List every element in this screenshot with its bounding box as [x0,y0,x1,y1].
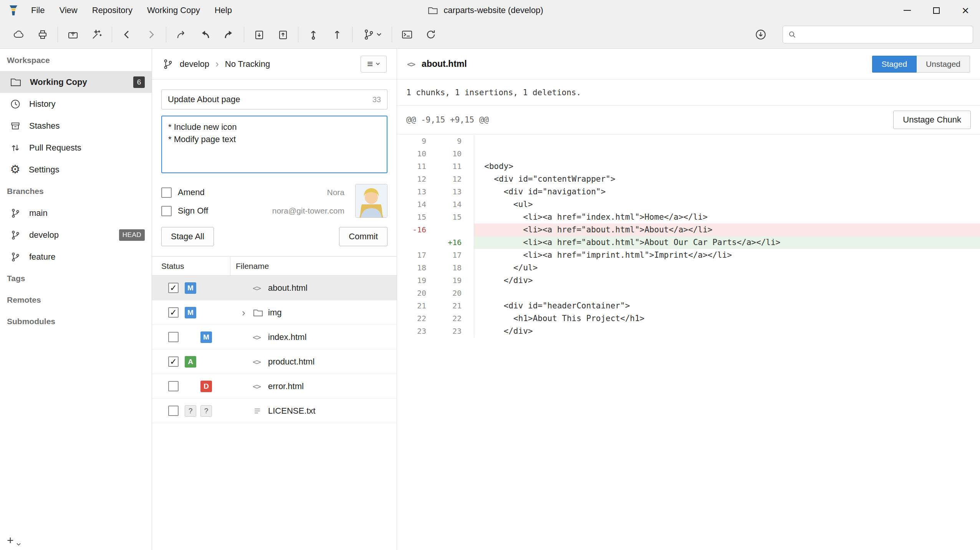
magic-wand-icon [91,28,103,41]
stage-checkbox[interactable] [168,406,179,416]
commit-subject-input[interactable] [168,94,372,104]
filename-column-header[interactable]: Filename [230,257,269,275]
submodules-section-header[interactable]: Submodules [0,311,152,332]
diff-line: 2121 <div id="headerContainer"> [397,300,980,312]
wand-button[interactable] [85,23,109,46]
sidebar-item-history[interactable]: History [0,93,152,115]
titlebar: File View Repository Working Copy Help c… [0,0,980,21]
expand-chevron-icon[interactable] [242,308,253,318]
code-file-icon [253,283,268,293]
sidebar-item-settings[interactable]: Settings [0,159,152,181]
stage-checkbox[interactable] [168,332,179,342]
menu-help[interactable]: Help [207,0,239,21]
commit-options-button[interactable] [361,56,387,73]
branch-icon [10,252,21,262]
file-row-error[interactable]: D error.html [152,374,397,399]
stage-all-button[interactable]: Stage All [161,227,214,246]
stage-checkbox[interactable] [168,356,179,367]
diff-line: 1111<body> [397,160,980,173]
remotes-section-header[interactable]: Remotes [0,289,152,311]
sidebar-branch-main[interactable]: main [0,202,152,224]
maximize-icon [933,7,940,14]
terminal-button[interactable] [395,23,419,46]
forward-button[interactable] [139,23,163,46]
file-row-img[interactable]: M img [152,300,397,325]
branch-menu-button[interactable] [356,23,389,46]
sidebar-item-working-copy[interactable]: Working Copy 6 [0,71,152,93]
file-table: Status Filename M about.html M img M ind… [152,256,397,550]
old-line-number [397,236,431,249]
minimize-icon [904,10,911,11]
window-title: carparts-website (develop) [427,0,543,21]
file-row-about[interactable]: M about.html [152,276,397,300]
commit-actions: Stage All Commit [161,227,387,246]
workspace-section-header[interactable]: Workspace [0,50,152,71]
new-line-number: 18 [431,262,466,274]
stage-checkbox[interactable] [168,307,179,318]
cloud-button[interactable] [7,23,31,46]
search-input[interactable] [801,30,968,39]
minimize-button[interactable] [892,0,922,21]
status-badge-staged: A [185,356,196,368]
back-button[interactable] [115,23,139,46]
sidebar-item-label: Settings [29,165,60,175]
fetch-status-button[interactable] [749,23,773,46]
sidebar-item-stashes[interactable]: Stashes [0,115,152,137]
box-arrow-icon [67,28,79,41]
menu-working-copy[interactable]: Working Copy [140,0,207,21]
old-line-number: 21 [397,300,431,312]
status-badge-staged: M [185,307,196,318]
code-file-icon [253,357,268,366]
merge-button[interactable] [169,23,193,46]
file-row-product[interactable]: A product.html [152,350,397,374]
diff-line: 1818 </ul> [397,262,980,274]
menu-file[interactable]: File [24,0,52,21]
pull-button[interactable] [193,23,217,46]
menu-repository[interactable]: Repository [85,0,140,21]
unstaged-tab[interactable]: Unstaged [917,56,970,73]
file-row-license[interactable]: ?? LICENSE.txt [152,399,397,423]
folder-icon [10,77,22,87]
tracking-status[interactable]: No Tracking [225,59,270,69]
pull-request-icon [10,142,21,153]
push-button[interactable] [217,23,241,46]
commit-panel: develop No Tracking 33 * Include new ico… [152,49,397,550]
commit-up-button[interactable] [301,23,325,46]
sidebar-item-pull-requests[interactable]: Pull Requests [0,137,152,159]
open-button[interactable] [61,23,85,46]
diff-line: 1010 [397,147,980,160]
maximize-button[interactable] [922,0,951,21]
status-column-header[interactable]: Status [152,257,230,275]
refresh-button[interactable] [419,23,443,46]
stage-checkbox[interactable] [168,381,179,391]
stash-save-button[interactable] [247,23,271,46]
new-line-number: 21 [431,300,466,312]
commit-button[interactable]: Commit [339,227,387,246]
add-repository-button[interactable]: + [7,535,21,546]
sidebar-branch-develop[interactable]: develop HEAD [0,224,152,246]
diff-code [474,147,980,160]
hamburger-icon [367,59,373,70]
branch-icon [10,230,21,240]
diff-filename: about.html [422,59,467,69]
diff-code: <li><a href="index.html">Home</a></li> [474,211,980,224]
amend-checkbox[interactable] [161,187,172,198]
commit-message-input[interactable]: * Include new icon * Modify page text [161,116,387,173]
current-branch[interactable]: develop [180,59,209,69]
push-up-button[interactable] [325,23,349,46]
avatar[interactable] [355,184,387,218]
tags-section-header[interactable]: Tags [0,268,152,289]
unstage-chunk-button[interactable]: Unstage Chunk [893,111,971,129]
stash-apply-button[interactable] [271,23,295,46]
branches-section-header[interactable]: Branches [0,181,152,202]
staged-tab[interactable]: Staged [872,56,917,73]
diff-line: 1919 </div> [397,274,980,287]
new-line-number: 15 [431,211,466,224]
file-row-index[interactable]: M index.html [152,325,397,350]
menu-view[interactable]: View [52,0,84,21]
sidebar-branch-feature[interactable]: feature [0,246,152,268]
sign-off-checkbox[interactable] [161,206,172,216]
print-button[interactable] [31,23,55,46]
close-button[interactable] [951,0,980,21]
stage-checkbox[interactable] [168,283,179,293]
